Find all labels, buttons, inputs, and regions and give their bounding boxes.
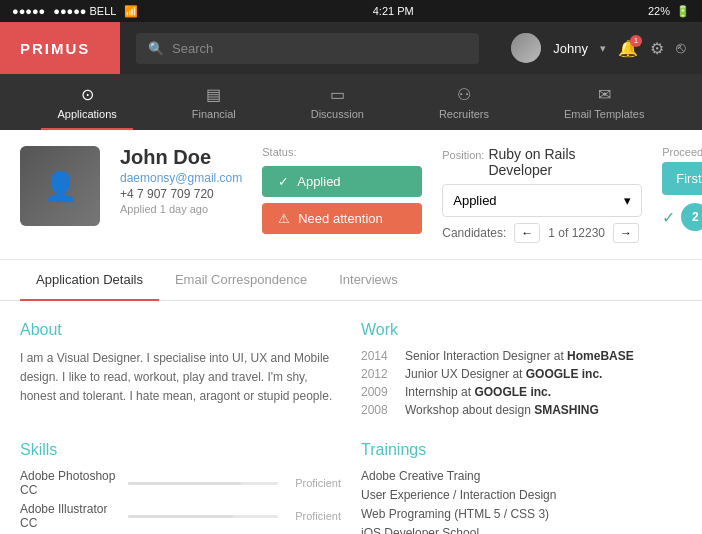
proceed-label: Proceed to: [662,146,702,158]
select-chevron-icon: ▾ [624,193,631,208]
skill-level: Proficient [286,477,341,489]
settings-icon[interactable]: ⚙ [650,39,664,58]
work-desc: Junior UX Designer at GOOGLE inc. [405,367,602,381]
about-title: About [20,321,341,339]
email-icon: ✉ [598,85,611,104]
skills-section: Skills Adobe Photoshop CCProficientAdobe… [20,441,341,534]
candidates-count: 1 of 12230 [548,226,605,240]
position-select-value: Applied [453,193,496,208]
step-check-icon: ✓ [662,208,675,227]
dots-icon: ●●●●● [12,5,45,17]
wifi-icon: 📶 [124,5,138,18]
work-item: 2014Senior Interaction Designer at HomeB… [361,349,682,363]
candidates-row: Candidates: ← 1 of 12230 → [442,223,642,243]
chevron-down-icon: ▾ [600,42,606,55]
prev-candidate-button[interactable]: ← [514,223,540,243]
work-year: 2012 [361,367,395,381]
proceed-btn-label: First Round Interview [676,171,702,186]
status-label: Status: [262,146,422,158]
about-text: I am a Visual Designer. I specialise int… [20,349,341,407]
nav-applications[interactable]: ⊙ Applications [41,74,132,130]
profile-name: John Doe [120,146,242,169]
nav-email-label: Email Templates [564,108,645,120]
nav-applications-label: Applications [57,108,116,120]
status-attention-button[interactable]: ⚠ Need attention [262,203,422,234]
battery-label: 22% [648,5,670,17]
skill-level: Proficient [286,510,341,522]
training-item: Web Programing (HTML 5 / CSS 3) [361,507,682,521]
work-desc: Workshop about design SMASHING [405,403,599,417]
work-year: 2014 [361,349,395,363]
carrier-label: ●●●●● BELL [53,5,116,17]
profile-phone: +4 7 907 709 720 [120,187,242,201]
work-title: Work [361,321,682,339]
header-right: Johny ▾ 🔔 1 ⚙ ⎋ [495,33,702,63]
nav-discussion[interactable]: ▭ Discussion [295,74,380,130]
work-desc: Internship at GOOGLE inc. [405,385,551,399]
avatar [511,33,541,63]
work-year: 2009 [361,385,395,399]
user-name: Johny [553,41,588,56]
logout-icon[interactable]: ⎋ [676,39,686,57]
logo: PRIMUS [0,22,120,74]
battery-icon: 🔋 [676,5,690,18]
skill-bar [128,515,278,518]
profile-photo: 👤 [20,146,100,226]
main-content: About I am a Visual Designer. I speciali… [0,301,702,534]
work-year: 2008 [361,403,395,417]
status-bar-right: 22% 🔋 [648,5,690,18]
skill-name: Adobe Illustrator CC [20,502,120,530]
profile-section: 👤 John Doe daemonsy@gmail.com +4 7 907 7… [0,130,702,260]
training-item: User Experience / Interaction Design [361,488,682,502]
skills-items: Adobe Photoshop CCProficientAdobe Illust… [20,469,341,534]
tab-email-correspondence[interactable]: Email Correspondence [159,260,323,301]
applications-icon: ⊙ [81,85,94,104]
skill-row: Adobe Photoshop CCProficient [20,469,341,497]
tab-application-details[interactable]: Application Details [20,260,159,301]
nav-email-templates[interactable]: ✉ Email Templates [548,74,661,130]
skills-title: Skills [20,441,341,459]
search-area[interactable]: 🔍 Search [120,33,495,64]
tab-interviews[interactable]: Interviews [323,260,414,301]
proceed-section: Proceed to: First Round Interview ▾ ✓ 2 … [662,146,702,231]
status-applied-button[interactable]: ✓ Applied [262,166,422,197]
step-bubble-2[interactable]: 2 [681,203,702,231]
status-applied-label: Applied [297,174,340,189]
skill-name: Adobe Photoshop CC [20,469,120,497]
position-section: Position: Ruby on Rails Developer Applie… [442,146,642,243]
status-section: Status: ✓ Applied ⚠ Need attention [262,146,422,234]
work-item: 2008Workshop about design SMASHING [361,403,682,417]
search-input-box[interactable]: 🔍 Search [136,33,479,64]
recruiters-icon: ⚇ [457,85,471,104]
step-bubbles: ✓ 2 3 4 [662,203,702,231]
position-title: Ruby on Rails Developer [488,146,642,178]
training-item: iOS Developer School [361,526,682,534]
search-placeholder: Search [172,41,213,56]
nav-recruiters[interactable]: ⚇ Recruiters [423,74,505,130]
financial-icon: ▤ [206,85,221,104]
main-nav: ⊙ Applications ▤ Financial ▭ Discussion … [0,74,702,130]
position-label: Position: [442,149,484,161]
discussion-icon: ▭ [330,85,345,104]
status-bar: ●●●●● ●●●●● BELL 📶 4:21 PM 22% 🔋 [0,0,702,22]
nav-recruiters-label: Recruiters [439,108,489,120]
skill-bar [128,482,278,485]
content-tabs: Application Details Email Correspondence… [0,260,702,301]
candidates-label: Candidates: [442,226,506,240]
profile-info: John Doe daemonsy@gmail.com +4 7 907 709… [120,146,242,215]
nav-financial[interactable]: ▤ Financial [176,74,252,130]
work-items: 2014Senior Interaction Designer at HomeB… [361,349,682,417]
notification-icon[interactable]: 🔔 1 [618,39,638,58]
status-attention-label: Need attention [298,211,383,226]
trainings-title: Trainings [361,441,682,459]
position-select[interactable]: Applied ▾ [442,184,642,217]
work-item: 2012Junior UX Designer at GOOGLE inc. [361,367,682,381]
trainings-section: Trainings Adobe Creative TraingUser Expe… [361,441,682,534]
next-candidate-button[interactable]: → [613,223,639,243]
proceed-button[interactable]: First Round Interview ▾ [662,162,702,195]
about-section: About I am a Visual Designer. I speciali… [20,321,341,421]
nav-discussion-label: Discussion [311,108,364,120]
status-bar-left: ●●●●● ●●●●● BELL 📶 [12,5,138,18]
profile-email: daemonsy@gmail.com [120,171,242,185]
training-item: Adobe Creative Traing [361,469,682,483]
